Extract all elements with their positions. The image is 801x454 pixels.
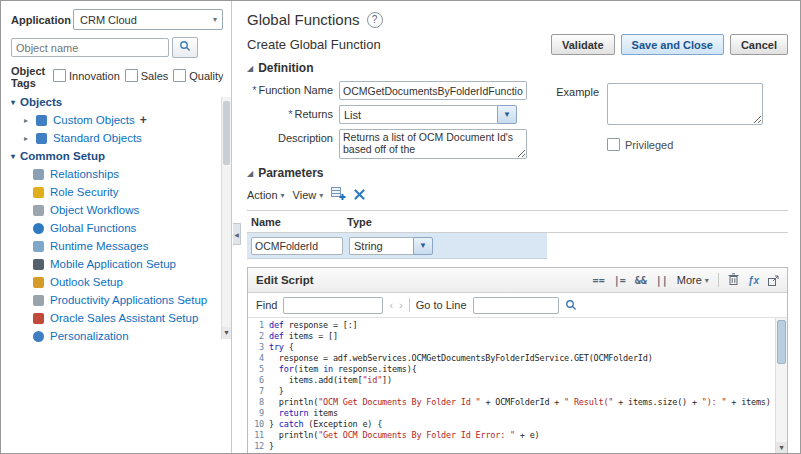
- sidebar-item-outlook-setup[interactable]: Outlook Setup: [11, 273, 223, 291]
- help-icon[interactable]: ?: [367, 12, 383, 28]
- chevron-down-icon[interactable]: ▼: [497, 105, 517, 124]
- find-input[interactable]: [283, 297, 383, 314]
- checkbox-icon[interactable]: [53, 69, 66, 82]
- parameter-name-input[interactable]: [251, 237, 343, 255]
- sidebar-item-relationships[interactable]: Relationships: [11, 165, 223, 183]
- section-label: Objects: [20, 96, 62, 108]
- sidebar-item-global-functions[interactable]: Global Functions: [11, 219, 223, 237]
- code-line-11[interactable]: 11 println("Get OCM Documents By Folder …: [248, 430, 787, 441]
- sidebar-scrollbar[interactable]: ▼: [221, 97, 231, 339]
- code-line-1[interactable]: 1def response = [:]: [248, 320, 787, 331]
- validate-button[interactable]: Validate: [551, 34, 615, 55]
- editor-scrollbar[interactable]: ▼: [775, 318, 787, 453]
- find-previous-icon[interactable]: ‹: [389, 299, 393, 311]
- item-label[interactable]: Role Security: [50, 186, 118, 198]
- code-line-7[interactable]: 7 }: [248, 386, 787, 397]
- delete-script-button[interactable]: [728, 271, 739, 289]
- scrollbar-thumb[interactable]: [777, 320, 786, 364]
- checkbox-icon[interactable]: [125, 69, 138, 82]
- operator-assign-button[interactable]: |=: [614, 275, 626, 286]
- code-line-10[interactable]: 10} catch (Exception e) {: [248, 419, 787, 430]
- sidebar-item-productivity-applications-setup[interactable]: Productivity Applications Setup: [11, 291, 223, 309]
- item-label[interactable]: Personalization: [50, 330, 129, 342]
- definition-section-title: Definition: [258, 61, 313, 75]
- sidebar-tree: ▾Objects▸Custom Objects+▸Standard Object…: [11, 93, 223, 347]
- application-select[interactable]: CRM Cloud ▾: [73, 9, 223, 30]
- save-and-close-button[interactable]: Save and Close: [621, 34, 724, 55]
- code-editor[interactable]: 1def response = [:]2def items = []3try {…: [248, 318, 787, 453]
- definition-section-header[interactable]: ◢ Definition: [247, 61, 788, 75]
- sidebar-item-object-workflows[interactable]: Object Workflows: [11, 201, 223, 219]
- tree-section-common-setup[interactable]: ▾Common Setup: [11, 147, 223, 165]
- scroll-down-icon[interactable]: ▼: [222, 327, 231, 339]
- maximize-icon[interactable]: [768, 275, 779, 286]
- expand-icon[interactable]: ▸: [24, 134, 32, 143]
- sidebar-item-mobile-application-setup[interactable]: Mobile Application Setup: [11, 255, 223, 273]
- view-menu[interactable]: View▾: [293, 189, 324, 201]
- sidebar-item-role-security[interactable]: Role Security: [11, 183, 223, 201]
- function-validate-icon[interactable]: ƒx: [748, 275, 759, 286]
- expand-icon[interactable]: ▸: [24, 116, 32, 125]
- sidebar-item-runtime-messages[interactable]: Runtime Messages: [11, 237, 223, 255]
- code-line-3[interactable]: 3try {: [248, 342, 787, 353]
- search-icon[interactable]: [565, 299, 577, 311]
- code-line-6[interactable]: 6 items.add(item["id"]): [248, 375, 787, 386]
- function-name-input[interactable]: [339, 81, 527, 100]
- sidebar-item-metadata-manager[interactable]: Metadata Manager: [11, 345, 223, 347]
- item-label[interactable]: Standard Objects: [53, 132, 142, 144]
- description-label: Description: [247, 129, 333, 144]
- code-line-12[interactable]: 12}: [248, 441, 787, 452]
- operator-and-button[interactable]: &&: [635, 275, 647, 286]
- item-label[interactable]: Relationships: [50, 168, 119, 180]
- action-menu[interactable]: Action▾: [247, 189, 285, 201]
- parameter-row[interactable]: String ▼: [247, 233, 547, 259]
- sidebar-item-oracle-sales-assistant-setup[interactable]: Oracle Sales Assistant Setup: [11, 309, 223, 327]
- sidebar-item-standard-objects[interactable]: ▸Standard Objects: [11, 129, 223, 147]
- item-label[interactable]: Outlook Setup: [50, 276, 123, 288]
- code-line-9[interactable]: 9 return items: [248, 408, 787, 419]
- item-label[interactable]: Custom Objects: [53, 114, 135, 126]
- code-line-8[interactable]: 8 println("OCM Get Documents By Folder I…: [248, 397, 787, 408]
- item-label[interactable]: Productivity Applications Setup: [50, 294, 207, 306]
- example-textarea[interactable]: [607, 83, 763, 125]
- code-line-2[interactable]: 2def items = []: [248, 331, 787, 342]
- goto-line-input[interactable]: [473, 297, 559, 314]
- privileged-checkbox[interactable]: [607, 138, 620, 151]
- code-line-5[interactable]: 5 for(item in response.items){: [248, 364, 787, 375]
- tree-section-objects[interactable]: ▾Objects: [11, 93, 223, 111]
- parameters-section-header[interactable]: ◢ Parameters: [247, 166, 788, 180]
- cancel-button[interactable]: Cancel: [730, 34, 788, 55]
- sidebar-item-custom-objects[interactable]: ▸Custom Objects+: [11, 111, 223, 129]
- scrollbar-thumb[interactable]: [223, 101, 230, 165]
- object-search-input[interactable]: [11, 38, 169, 57]
- returns-select[interactable]: List ▼: [339, 105, 517, 124]
- operator-equals-button[interactable]: ==: [593, 275, 605, 286]
- panel-splitter[interactable]: ◀: [233, 223, 241, 245]
- item-label[interactable]: Object Workflows: [50, 204, 139, 216]
- item-label[interactable]: Global Functions: [50, 222, 136, 234]
- add-custom-object-icon[interactable]: +: [140, 115, 147, 125]
- object-tag-innovation[interactable]: Innovation: [53, 69, 120, 82]
- description-textarea[interactable]: Returns a list of OCM Document Id's base…: [339, 129, 527, 159]
- sidebar-item-personalization[interactable]: Personalization: [11, 327, 223, 345]
- item-label[interactable]: Oracle Sales Assistant Setup: [50, 312, 198, 324]
- chevron-down-icon[interactable]: ▼: [413, 237, 433, 255]
- operator-or-button[interactable]: ||: [656, 275, 668, 286]
- main-content: Global Functions ? Create Global Functio…: [232, 1, 800, 453]
- application-composer-window: Application CRM Cloud ▾ Object Tags Inno…: [0, 0, 801, 454]
- parameters-section-title: Parameters: [258, 166, 323, 180]
- scroll-down-icon[interactable]: ▼: [776, 442, 787, 453]
- parameter-type-select[interactable]: String ▼: [349, 237, 433, 255]
- object-tag-quality[interactable]: Quality: [173, 69, 223, 82]
- add-parameter-button[interactable]: [331, 187, 346, 204]
- more-menu[interactable]: More▾: [677, 274, 709, 286]
- tag-label: Quality: [189, 70, 223, 82]
- find-next-icon[interactable]: ›: [399, 299, 403, 311]
- delete-parameter-button[interactable]: [354, 188, 365, 203]
- item-label[interactable]: Mobile Application Setup: [50, 258, 176, 270]
- checkbox-icon[interactable]: [173, 69, 186, 82]
- code-line-4[interactable]: 4 response = adf.webServices.OCMGetDocum…: [248, 353, 787, 364]
- item-label[interactable]: Runtime Messages: [50, 240, 148, 252]
- object-tag-sales[interactable]: Sales: [125, 69, 169, 82]
- search-button[interactable]: [172, 37, 198, 58]
